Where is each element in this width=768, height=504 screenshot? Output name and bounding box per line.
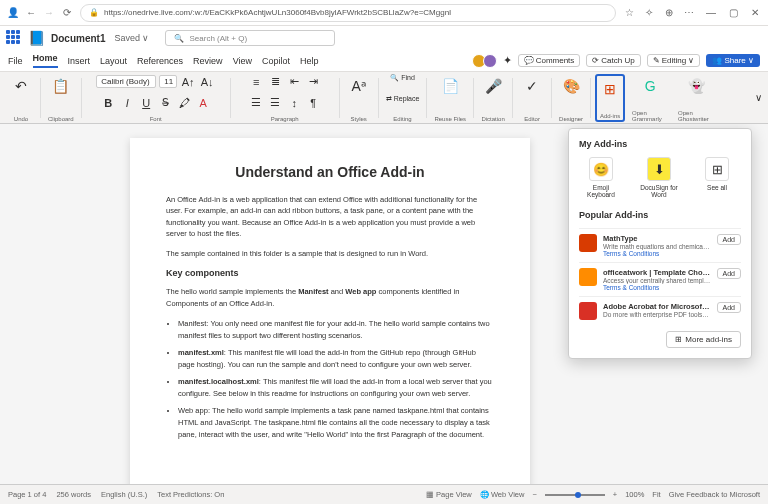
refresh-icon[interactable]: ⟳ (60, 6, 74, 20)
strike-icon[interactable]: S̶ (157, 95, 173, 111)
more-icon[interactable]: ⋯ (682, 6, 696, 20)
page-view-button[interactable]: ▦ Page View (426, 490, 472, 499)
addin-tile[interactable]: ⬇DocuSign for Word (637, 157, 681, 198)
language-indicator[interactable]: English (U.S.) (101, 490, 147, 499)
editor-icon[interactable]: ✓ (520, 74, 544, 98)
feedback-link[interactable]: Give Feedback to Microsoft (669, 490, 760, 499)
font-size[interactable]: 11 (159, 75, 177, 88)
popular-addin-item: officeatwork | Template Choose…Access yo… (579, 262, 741, 296)
tab-review[interactable]: Review (193, 56, 223, 66)
add-button[interactable]: Add (717, 302, 741, 313)
search-input[interactable]: 🔍 Search (Alt + Q) (165, 30, 335, 46)
replace-button[interactable]: ⇄Replace (386, 95, 420, 103)
copilot-icon[interactable]: ✦ (503, 54, 512, 67)
presence-avatars[interactable] (475, 54, 497, 68)
status-bar: Page 1 of 4 256 words English (U.S.) Tex… (0, 484, 768, 504)
tab-home[interactable]: Home (33, 53, 58, 68)
dictate-icon[interactable]: 🎤 (481, 74, 505, 98)
tab-copilot[interactable]: Copilot (262, 56, 290, 66)
italic-icon[interactable]: I (119, 95, 135, 111)
menu-bar: File Home Insert Layout References Revie… (0, 50, 768, 72)
line-spacing-icon[interactable]: ↕ (286, 95, 302, 111)
zoom-in-icon[interactable]: + (613, 490, 617, 499)
close-icon[interactable]: ✕ (748, 6, 762, 20)
tab-insert[interactable]: Insert (68, 56, 91, 66)
doc-para: The sample contained in this folder is a… (166, 248, 494, 259)
ghostwriter-icon[interactable]: 👻 (684, 74, 708, 98)
document-name[interactable]: Document1 (51, 33, 105, 44)
app-header: 📘 Document1 Saved ∨ 🔍 Search (Alt + Q) (0, 26, 768, 50)
more-addins-button[interactable]: ⊞ More add-ins (666, 331, 741, 348)
reuse-files-icon[interactable]: 📄 (438, 74, 462, 98)
doc-bullet: Web app: The hello world sample implemen… (178, 405, 494, 441)
ribbon-collapse-icon[interactable]: ∨ (755, 92, 762, 103)
zoom-level[interactable]: 100% (625, 490, 644, 499)
styles-icon[interactable]: Aᵃ (347, 74, 371, 98)
align-left-icon[interactable]: ☰ (248, 95, 264, 111)
collections-icon[interactable]: ⊕ (662, 6, 676, 20)
bold-icon[interactable]: B (100, 95, 116, 111)
text-predictions[interactable]: Text Predictions: On (157, 490, 224, 499)
doc-title: Understand an Office Add-in (166, 164, 494, 180)
save-status[interactable]: Saved ∨ (114, 33, 149, 43)
tab-file[interactable]: File (8, 56, 23, 66)
share-button[interactable]: 👥 Share ∨ (706, 54, 760, 67)
font-shrink-icon[interactable]: A↓ (199, 74, 215, 90)
align-center-icon[interactable]: ☰ (267, 95, 283, 111)
font-grow-icon[interactable]: A↑ (180, 74, 196, 90)
addin-tile[interactable]: 😊Emoji Keyboard (579, 157, 623, 198)
word-icon: 📘 (28, 30, 45, 46)
undo-icon[interactable]: ↶ (9, 74, 33, 98)
tab-view[interactable]: View (233, 56, 252, 66)
favorite-icon[interactable]: ✧ (642, 6, 656, 20)
web-view-button[interactable]: 🌐 Web View (480, 490, 525, 499)
font-color-icon[interactable]: A (195, 95, 211, 111)
find-button[interactable]: 🔍Find (390, 74, 415, 82)
addins-button[interactable]: ⊞Add-ins (595, 74, 625, 122)
url-bar[interactable]: 🔒 https://onedrive.live.com/:w:/t/EaCKkP… (80, 4, 616, 22)
add-button[interactable]: Add (717, 234, 741, 245)
fit-button[interactable]: Fit (652, 490, 660, 499)
addins-panel: My Add-ins 😊Emoji Keyboard⬇DocuSign for … (568, 128, 752, 359)
grammarly-icon[interactable]: G (638, 74, 662, 98)
indent-dec-icon[interactable]: ⇤ (286, 74, 302, 90)
paragraph-icon[interactable]: ¶ (305, 95, 321, 111)
app-launcher-icon[interactable] (6, 30, 22, 46)
designer-icon[interactable]: 🎨 (559, 74, 583, 98)
editing-button[interactable]: ✎ Editing ∨ (647, 54, 700, 67)
comments-button[interactable]: 💬 Comments (518, 54, 581, 67)
back-icon[interactable]: ← (24, 6, 38, 20)
search-icon: 🔍 (174, 34, 184, 43)
tab-help[interactable]: Help (300, 56, 319, 66)
document-page[interactable]: Understand an Office Add-in An Office Ad… (130, 138, 530, 484)
popular-addins-heading: Popular Add-ins (579, 210, 741, 220)
catchup-button[interactable]: ⟳ Catch Up (586, 54, 640, 67)
reader-icon[interactable]: ☆ (622, 6, 636, 20)
popular-addin-item: MathTypeWrite math equations and chemica… (579, 228, 741, 262)
underline-icon[interactable]: U (138, 95, 154, 111)
add-button[interactable]: Add (717, 268, 741, 279)
maximize-icon[interactable]: ▢ (726, 6, 740, 20)
profile-icon[interactable]: 👤 (6, 6, 20, 20)
tab-layout[interactable]: Layout (100, 56, 127, 66)
search-placeholder: Search (Alt + Q) (189, 34, 247, 43)
numbering-icon[interactable]: ≣ (267, 74, 283, 90)
word-count[interactable]: 256 words (56, 490, 91, 499)
doc-para: The hello world sample implements the Ma… (166, 286, 494, 309)
popular-addin-item: Adobe Acrobat for Microsoft W…Do more wi… (579, 296, 741, 325)
zoom-slider[interactable] (545, 494, 605, 496)
indent-inc-icon[interactable]: ⇥ (305, 74, 321, 90)
highlight-icon[interactable]: 🖍 (176, 95, 192, 111)
tab-references[interactable]: References (137, 56, 183, 66)
page-indicator[interactable]: Page 1 of 4 (8, 490, 46, 499)
minimize-icon[interactable]: — (704, 6, 718, 20)
doc-bullet: Manifest: You only need one manifest fil… (178, 318, 494, 342)
zoom-out-icon[interactable]: − (532, 490, 536, 499)
ribbon: ↶Undo 📋Clipboard Calibri (Body) 11 A↑ A↓… (0, 72, 768, 124)
paste-icon[interactable]: 📋 (49, 74, 73, 98)
addin-tile[interactable]: ⊞See all (695, 157, 739, 198)
bullets-icon[interactable]: ≡ (248, 74, 264, 90)
font-select[interactable]: Calibri (Body) (96, 75, 156, 88)
doc-bullet: manifest.localhost.xml: This manifest fi… (178, 376, 494, 400)
doc-bullet: manifest.xml: This manifest file will lo… (178, 347, 494, 371)
